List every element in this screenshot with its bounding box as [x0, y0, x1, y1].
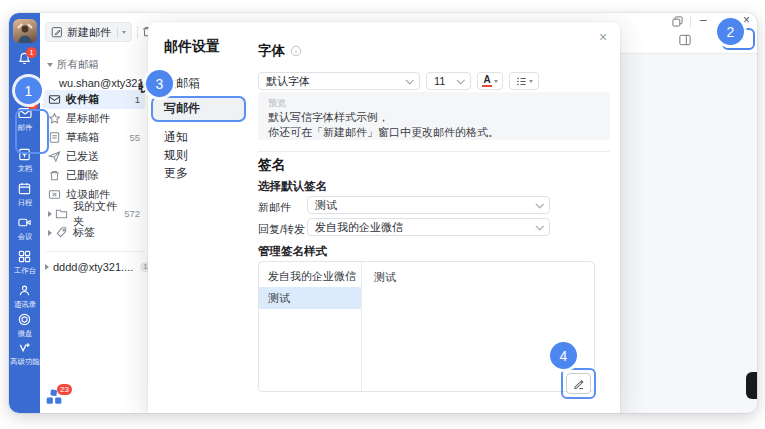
nav-item-notifications[interactable]: 通知	[152, 128, 246, 146]
signature-style-item-selected[interactable]: 测试	[259, 287, 361, 309]
folder-row-starred[interactable]: 星标邮件	[43, 109, 145, 128]
layout-columns-icon[interactable]	[679, 34, 691, 46]
folder-row-drafts[interactable]: 草稿箱 55	[43, 128, 145, 147]
sidebar-item-label: 邮件	[17, 123, 32, 131]
list-format-button[interactable]	[509, 72, 539, 90]
section-divider	[258, 151, 610, 152]
sidebar-item-label: 工作台	[13, 266, 35, 274]
edit-signature-button[interactable]	[566, 373, 591, 394]
compose-label: 新建邮件	[67, 25, 111, 40]
reply-forward-label: 回复/转发	[258, 222, 305, 237]
sidebar-item-drive[interactable]: 微盘	[9, 312, 40, 338]
sidebar-item-label: 日程	[17, 198, 32, 206]
color-bar	[482, 85, 492, 88]
info-icon[interactable]	[290, 45, 302, 57]
sidebar-item-label: 微盘	[17, 329, 32, 337]
chevron-down-icon	[529, 80, 533, 83]
sidebar-item-label: 文档	[17, 164, 32, 172]
folder-row-deleted[interactable]: 已删除	[43, 166, 145, 185]
caret-right-icon	[45, 264, 49, 270]
manage-signature-title: 管理签名样式	[258, 244, 327, 259]
annotation-step-4: 4	[550, 342, 577, 369]
minimize-button[interactable]: –	[700, 13, 707, 29]
annotation-step-1: 1	[15, 77, 42, 104]
app-sidebar: 1 邮件 2 文档 日程 会议 工作台 通讯录 微盘	[9, 13, 40, 413]
new-mail-label: 新邮件	[258, 200, 291, 215]
preview-label: 预览	[268, 97, 600, 110]
folder-list: 收件箱 1 星标邮件 草稿箱 55 已发送 已删除	[43, 90, 145, 242]
sidebar-item-workbench[interactable]: 工作台	[9, 249, 40, 275]
folder-row-myfolders[interactable]: 我的文件夹 572	[43, 204, 145, 223]
font-preview-box: 预览 默认写信字体样式示例， 你还可在「新建邮件」窗口中更改邮件的格式。	[258, 92, 610, 140]
sidebar-item-contacts[interactable]: 通讯录	[9, 283, 40, 309]
signature-style-item[interactable]: 发自我的企业微信	[259, 265, 361, 287]
preview-line-2: 你还可在「新建邮件」窗口中更改邮件的格式。	[268, 125, 600, 140]
folder-row-inbox[interactable]: 收件箱 1	[43, 90, 145, 109]
chevron-down-icon	[535, 222, 543, 230]
chevron-down-icon	[456, 76, 464, 84]
titlebar-separator	[690, 17, 691, 27]
signature-style-list: 发自我的企业微信 测试	[259, 262, 362, 391]
font-section-title: 字体	[258, 42, 302, 60]
mailbox-group-all[interactable]: 所有邮箱	[47, 58, 99, 72]
close-window-button[interactable]: ×	[743, 13, 750, 29]
signature-section-title: 签名	[258, 156, 285, 174]
reply-signature-select[interactable]: 发自我的企业微信	[307, 218, 550, 236]
sidebar-item-docs[interactable]: 文档	[9, 147, 40, 173]
restore-window-icon[interactable]	[672, 16, 683, 32]
caret-right-icon	[48, 211, 52, 217]
signature-preview-text: 测试	[374, 270, 396, 285]
font-size-select[interactable]: 11	[426, 72, 471, 90]
font-controls: 默认字体 11 A	[258, 72, 539, 90]
chevron-down-icon	[405, 76, 413, 84]
nav-item-more[interactable]: 更多	[152, 164, 246, 182]
chevron-down-icon	[494, 80, 498, 83]
sidebar-item-meeting[interactable]: 会议	[9, 215, 40, 241]
toolbar-separator	[137, 26, 138, 38]
numbered-list-icon	[516, 76, 527, 87]
chevron-down-icon	[535, 200, 543, 208]
annotation-step-3: 3	[146, 70, 173, 97]
new-mail-signature-select[interactable]: 测试	[307, 196, 550, 214]
modal-close-icon[interactable]: ×	[594, 28, 612, 46]
edge-widget	[746, 372, 757, 399]
chevron-down-icon[interactable]	[122, 31, 126, 34]
compose-button[interactable]: 新建邮件	[45, 22, 132, 42]
modal-title: 邮件设置	[164, 38, 220, 56]
nav-item-compose[interactable]: 写邮件	[152, 96, 246, 120]
mail-folders-panel: 新建邮件 所有邮箱 wu.shan@xty321.... 收件箱 1 星标邮件	[40, 13, 148, 413]
folder-row-sent[interactable]: 已发送	[43, 147, 145, 166]
app-window: – □ × ··· 1 邮件 2 文档 日程 会议	[9, 13, 757, 413]
folder-row-tags[interactable]: 标签	[43, 223, 145, 242]
nav-item-rules[interactable]: 规则	[152, 146, 246, 164]
sidebar-item-label: 会议	[17, 232, 32, 240]
mail-settings-modal: 邮件设置 × 收邮箱 写邮件 通知 规则 更多 3 字体 默认字体 11	[148, 22, 620, 413]
secondary-account[interactable]: dddd@xty321.... 135	[45, 251, 145, 273]
choose-signature-title: 选择默认签名	[258, 179, 327, 194]
avatar[interactable]	[13, 19, 37, 43]
reading-pane	[609, 53, 757, 413]
apps-badge: 23	[57, 384, 72, 395]
preview-line-1: 默认写信字体样式示例，	[268, 110, 600, 125]
sidebar-item-label: 通讯录	[13, 300, 35, 308]
caret-down-icon	[47, 63, 53, 67]
sidebar-item-calendar[interactable]: 日程	[9, 181, 40, 207]
signature-styles-panel: 发自我的企业微信 测试 测试	[258, 261, 595, 392]
bell-unread-badge: 1	[26, 47, 37, 58]
compose-divider	[117, 27, 118, 38]
sidebar-item-advanced[interactable]: 高级功能	[9, 340, 40, 366]
sidebar-item-label: 高级功能	[10, 357, 39, 365]
font-color-button[interactable]: A	[477, 72, 503, 90]
caret-right-icon	[48, 230, 52, 236]
pencil-icon	[572, 377, 585, 390]
font-family-select[interactable]: 默认字体	[258, 72, 420, 90]
annotation-step-2: 2	[717, 18, 744, 45]
